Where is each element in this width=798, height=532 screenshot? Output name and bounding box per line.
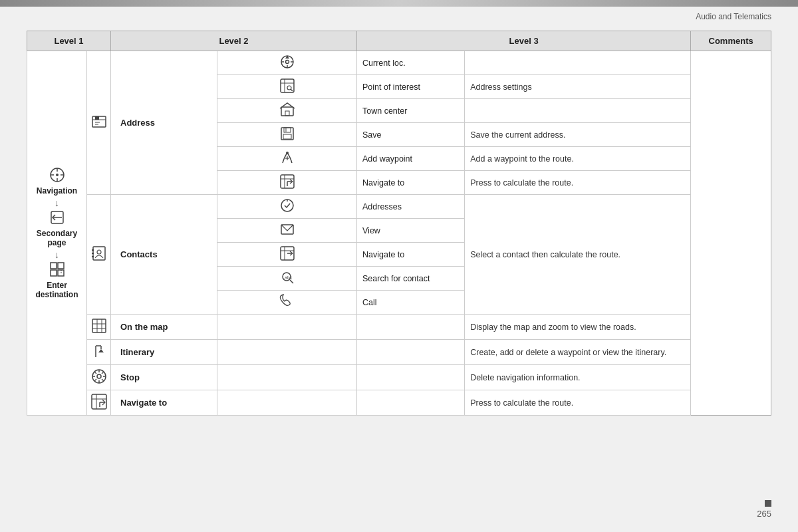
stop-comment: Delete navigation information. bbox=[465, 365, 691, 390]
add-waypoint-icon-cell bbox=[217, 147, 357, 171]
on-the-map-l3-icon bbox=[217, 315, 357, 340]
svg-text:abc: abc bbox=[285, 275, 293, 280]
col-level3: Level 3 bbox=[357, 31, 691, 51]
enter-destination-label: Enter destination bbox=[30, 281, 84, 299]
table-row: Contacts Addresses Select a contact then… bbox=[27, 195, 771, 219]
col-level2: Level 2 bbox=[111, 31, 357, 51]
poi-icon-cell bbox=[217, 75, 357, 99]
level1-icons-group: Navigation ↓ Secondary page ↓ bbox=[30, 166, 84, 301]
svg-line-28 bbox=[291, 89, 293, 91]
addresses-label: Addresses bbox=[357, 195, 465, 219]
add-waypoint-label: Add waypoint bbox=[357, 147, 465, 171]
arrow-down-2: ↓ bbox=[55, 250, 59, 259]
svg-point-47 bbox=[97, 250, 101, 254]
svg-rect-33 bbox=[283, 134, 291, 139]
address-label-cell: Address bbox=[111, 51, 217, 195]
stop-label-cell: Stop bbox=[111, 365, 217, 390]
table-row: Stop Delete navigation information. bbox=[27, 365, 771, 390]
stop-l3-label bbox=[357, 365, 465, 390]
header-title: Audio and Telematics bbox=[696, 12, 771, 21]
stop-label: Stop bbox=[116, 372, 140, 382]
col-comments: Comments bbox=[691, 31, 771, 51]
navigate-to-cont-icon bbox=[279, 245, 295, 261]
stop-icon-cell bbox=[87, 365, 111, 390]
town-center-comment bbox=[465, 99, 691, 123]
svg-point-35 bbox=[286, 152, 289, 154]
secondary-page-label: Secondary page bbox=[30, 229, 84, 247]
col-level1: Level 1 bbox=[27, 31, 111, 51]
table-row: Itinerary Create, add or delete a waypoi… bbox=[27, 340, 771, 365]
poi-comment: Address settings bbox=[465, 75, 691, 99]
svg-rect-30 bbox=[285, 111, 289, 116]
poi-icon bbox=[279, 78, 295, 94]
stop-icon bbox=[90, 368, 108, 385]
svg-rect-8 bbox=[51, 263, 57, 269]
secondary-page-icon bbox=[49, 209, 66, 226]
page-number: 265 bbox=[757, 509, 771, 519]
address-icon-cell bbox=[87, 51, 111, 195]
poi-label: Point of interest bbox=[357, 75, 465, 99]
current-loc-label: Current loc. bbox=[357, 51, 465, 75]
on-the-map-l3-label bbox=[357, 315, 465, 340]
navigation-label: Navigation bbox=[37, 186, 77, 196]
svg-rect-9 bbox=[58, 263, 64, 269]
current-loc-icon-cell bbox=[217, 51, 357, 75]
add-waypoint-icon bbox=[279, 150, 295, 166]
svg-marker-66 bbox=[98, 349, 104, 352]
navigate-to-bottom-icon-cell bbox=[87, 390, 111, 416]
svg-rect-43 bbox=[93, 247, 105, 260]
table-row: On the map Display the map and zoom to v… bbox=[27, 315, 771, 340]
contacts-label-cell: Contacts bbox=[111, 195, 217, 315]
svg-rect-32 bbox=[284, 128, 291, 132]
svg-rect-58 bbox=[92, 319, 106, 332]
itinerary-l3-label bbox=[357, 340, 465, 365]
save-label: Save bbox=[357, 123, 465, 147]
header-bar bbox=[0, 0, 798, 7]
navigate-to-bottom-l3-label bbox=[357, 390, 465, 416]
town-center-label: Town center bbox=[357, 99, 465, 123]
stop-l3-icon bbox=[217, 365, 357, 390]
on-the-map-comment: Display the map and zoom to view the roa… bbox=[465, 315, 691, 340]
addresses-icon bbox=[279, 198, 295, 213]
on-the-map-icon bbox=[90, 317, 108, 334]
save-icon-cell bbox=[217, 123, 357, 147]
contacts-comment: Select a contact then calculate the rout… bbox=[465, 195, 691, 315]
current-loc-comment bbox=[465, 51, 691, 75]
itinerary-comment: Create, add or delete a waypoint or view… bbox=[465, 340, 691, 365]
navigation-table: Level 1 Level 2 Level 3 Comments bbox=[27, 31, 771, 416]
add-waypoint-comment: Add a waypoint to the route. bbox=[465, 147, 691, 171]
enter-destination-icon bbox=[49, 261, 66, 278]
on-the-map-icon-cell bbox=[87, 315, 111, 340]
search-contact-icon: abc bbox=[279, 269, 295, 285]
itinerary-label: Itinerary bbox=[116, 347, 154, 357]
page-title: Audio and Telematics bbox=[0, 7, 798, 24]
on-the-map-label: On the map bbox=[116, 322, 168, 332]
itinerary-label-cell: Itinerary bbox=[111, 340, 217, 365]
contacts-icon-cell bbox=[87, 195, 111, 315]
svg-rect-10 bbox=[51, 270, 57, 276]
navigate-to-cont-label: Navigate to bbox=[357, 243, 465, 267]
call-label: Call bbox=[357, 291, 465, 315]
arrow-down-1: ↓ bbox=[55, 198, 59, 207]
town-center-icon-cell bbox=[217, 99, 357, 123]
call-icon bbox=[279, 293, 295, 309]
contacts-label: Contacts bbox=[116, 249, 158, 259]
svg-line-75 bbox=[102, 372, 104, 374]
table-header-row: Level 1 Level 2 Level 3 Comments bbox=[27, 31, 771, 51]
navigate-to-bottom-icon bbox=[90, 393, 108, 410]
town-center-icon bbox=[279, 102, 295, 118]
itinerary-l3-icon bbox=[217, 340, 357, 365]
call-icon-cell bbox=[217, 291, 357, 315]
main-content: Level 1 Level 2 Level 3 Comments bbox=[0, 24, 798, 422]
svg-line-56 bbox=[290, 280, 293, 283]
navigate-to-addr-icon-cell bbox=[217, 171, 357, 195]
itinerary-icon-cell bbox=[87, 340, 111, 365]
svg-point-1 bbox=[56, 174, 59, 176]
navigate-to-bottom-l3-icon bbox=[217, 390, 357, 416]
view-label: View bbox=[357, 219, 465, 243]
svg-line-74 bbox=[102, 379, 104, 381]
view-icon-cell bbox=[217, 219, 357, 243]
view-icon bbox=[279, 221, 295, 237]
navigate-to-addr-label: Navigate to bbox=[357, 171, 465, 195]
address-label: Address bbox=[116, 118, 155, 128]
